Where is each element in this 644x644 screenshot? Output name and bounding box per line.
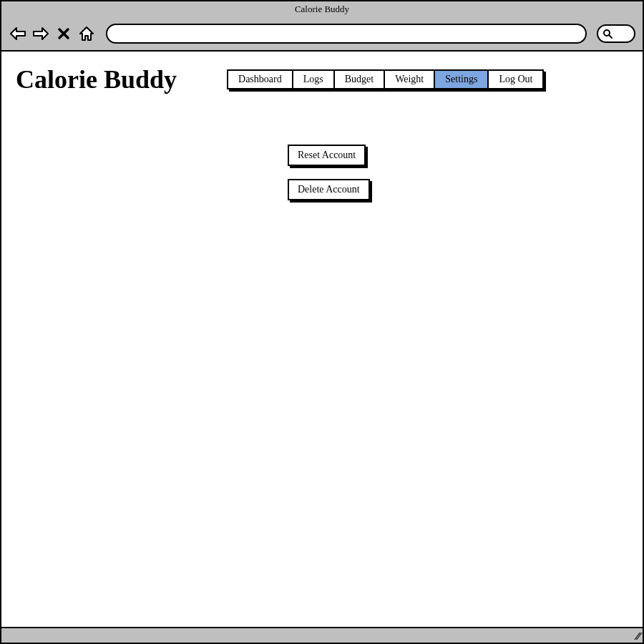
tab-logout[interactable]: Log Out [487, 69, 544, 89]
header-row: Calorie Buddy Dashboard Logs Budget Weig… [16, 64, 628, 94]
delete-account-button[interactable]: Delete Account [288, 179, 370, 200]
tab-dashboard[interactable]: Dashboard [227, 69, 293, 89]
search-icon [602, 29, 613, 39]
stop-icon[interactable] [54, 24, 73, 43]
settings-actions: Reset Account Delete Account [288, 145, 628, 200]
page-content: Calorie Buddy Dashboard Logs Budget Weig… [1, 52, 643, 627]
nav-tabs: Dashboard Logs Budget Weight Settings Lo… [227, 69, 544, 89]
url-bar[interactable] [106, 24, 587, 44]
browser-window: Calorie Buddy Calorie Buddy Dashboard Lo… [0, 0, 644, 644]
tab-weight[interactable]: Weight [384, 69, 435, 89]
forward-icon[interactable] [31, 24, 50, 43]
app-title: Calorie Buddy [16, 64, 177, 94]
svg-line-1 [609, 35, 612, 38]
browser-toolbar [1, 17, 643, 52]
tab-budget[interactable]: Budget [333, 69, 385, 89]
search-box[interactable] [597, 24, 635, 43]
tab-logs[interactable]: Logs [292, 69, 335, 89]
tab-settings[interactable]: Settings [434, 69, 489, 89]
window-title: Calorie Buddy [1, 1, 643, 17]
reset-account-button[interactable]: Reset Account [288, 145, 366, 166]
home-icon[interactable] [77, 24, 96, 43]
resize-grip-icon[interactable]: ⁄⁄ [636, 631, 640, 641]
back-icon[interactable] [9, 24, 27, 43]
status-bar: ⁄⁄ [1, 627, 643, 643]
